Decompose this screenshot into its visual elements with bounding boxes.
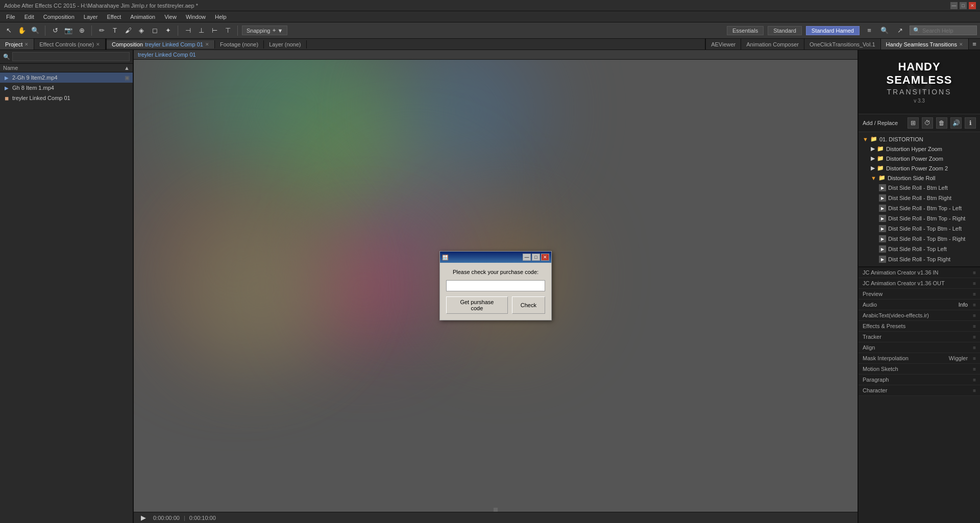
tracker-menu-icon[interactable]: ≡	[973, 334, 976, 340]
power-zoom-header[interactable]: ▶ 📁 Distortion Power Zoom	[867, 154, 980, 163]
handy-seamless-tab-close[interactable]: ✕	[959, 42, 963, 47]
menu-effect[interactable]: Effect	[103, 13, 125, 21]
check-button[interactable]: Check	[512, 296, 545, 314]
jc-out-menu-icon[interactable]: ≡	[973, 281, 976, 286]
mask-interp-panel-row[interactable]: Mask Interpolation Wiggler ≡	[859, 353, 980, 364]
align-panel-row[interactable]: Align ≡	[859, 342, 980, 353]
play-btn[interactable]: ▶	[138, 512, 149, 524]
toolbar-rotate[interactable]: ↺	[50, 25, 61, 36]
workspace-search-btn[interactable]: 🔍	[879, 25, 890, 36]
play-icon[interactable]: ▶	[879, 245, 886, 253]
toolbar-puppet[interactable]: ✦	[162, 25, 174, 36]
tab-layer[interactable]: Layer (none)	[264, 40, 306, 48]
tab-animation-composer[interactable]: Animation Composer	[741, 39, 804, 49]
tab-project[interactable]: Project ✕	[0, 39, 34, 49]
get-code-button[interactable]: Get purshase code	[446, 296, 508, 314]
list-item[interactable]: ▶ Dist Side Roll - Top Btm - Left	[875, 223, 980, 234]
preview-panel-row[interactable]: Preview ≡	[859, 289, 980, 300]
side-roll-header[interactable]: ▼ 📁 Distortion Side Roll	[867, 173, 980, 183]
tracker-panel-row[interactable]: Tracker ≡	[859, 332, 980, 342]
character-menu-icon[interactable]: ≡	[973, 388, 976, 393]
dialog-close-btn[interactable]: ✕	[541, 254, 549, 261]
project-search-input[interactable]	[12, 52, 130, 61]
workspace-menu-btn[interactable]: ≡	[864, 25, 875, 36]
tab-composition[interactable]: Composition treyler Linked Comp 01 ✕	[107, 40, 215, 48]
play-icon[interactable]: ▶	[879, 225, 886, 232]
align-menu-icon[interactable]: ≡	[973, 345, 976, 351]
tab-footage[interactable]: Footage (none)	[215, 40, 264, 48]
paragraph-panel-row[interactable]: Paragraph ≡	[859, 375, 980, 385]
toolbar-text[interactable]: T	[109, 25, 120, 36]
motion-sketch-panel-row[interactable]: Motion Sketch ≡	[859, 364, 980, 375]
search-input[interactable]	[922, 28, 973, 34]
list-item[interactable]: ▶ Dist Side Roll - Top Btm - Right	[875, 234, 980, 244]
arabic-text-menu-icon[interactable]: ≡	[973, 313, 976, 318]
play-icon[interactable]: ▶	[879, 184, 886, 191]
maximize-button[interactable]: □	[960, 2, 967, 9]
viewport-resize-handle[interactable]	[494, 508, 498, 512]
hst-speaker-btn[interactable]: 🔊	[950, 117, 962, 129]
list-item[interactable]: ▶ Dist Side Roll - Btm Top - Right	[875, 213, 980, 223]
toolbar-select[interactable]: ↖	[3, 25, 14, 36]
character-panel-row[interactable]: Character ≡	[859, 385, 980, 396]
toolbar-pen[interactable]: ✏	[96, 25, 107, 36]
list-item[interactable]: ▶ Dist Side Roll - Top Left	[875, 244, 980, 254]
jc-out-panel-row[interactable]: JC Animation Creator v1.36 OUT ≡	[859, 278, 980, 289]
list-item[interactable]: ▶ Dist Side Roll - Btm Right	[875, 193, 980, 203]
toolbar-brush[interactable]: 🖌	[122, 25, 134, 36]
mask-interp-menu-icon[interactable]: ≡	[973, 356, 976, 361]
tab-ae-viewer[interactable]: AEViewer	[706, 39, 741, 49]
toolbar-align-right[interactable]: ⊢	[209, 25, 220, 36]
hyper-zoom-header[interactable]: ▶ 📁 Distortion Hyper Zoom	[867, 144, 980, 154]
tab-effect-controls[interactable]: Effect Controls (none) ✕	[34, 39, 106, 49]
list-item[interactable]: ▶ Gh 8 Item 1.mp4	[0, 83, 133, 93]
dialog-maximize-btn[interactable]: □	[532, 254, 540, 261]
workspace-share-btn[interactable]: ↗	[894, 25, 905, 36]
toolbar-align-left[interactable]: ⊣	[182, 25, 193, 36]
effect-controls-tab-close[interactable]: ✕	[96, 42, 100, 47]
paragraph-menu-icon[interactable]: ≡	[973, 377, 976, 383]
essentials-btn[interactable]: Essentials	[727, 26, 764, 35]
toolbar-distribute[interactable]: ⊤	[222, 25, 233, 36]
project-tab-close[interactable]: ✕	[24, 42, 29, 47]
play-icon[interactable]: ▶	[879, 205, 886, 212]
tab-one-click-transitions[interactable]: OneClickTransitions_Vol.1	[804, 39, 881, 49]
menu-view[interactable]: View	[160, 13, 181, 21]
arabic-text-panel-row[interactable]: ArabicText(video-effects.ir) ≡	[859, 310, 980, 321]
menu-window[interactable]: Window	[182, 13, 210, 21]
distortion-folder-header[interactable]: ▼ 📁 01. DISTORTION	[859, 134, 980, 144]
list-item[interactable]: ▶ Dist Side Roll - Top Right	[875, 254, 980, 264]
standard-btn[interactable]: Standard	[768, 26, 802, 35]
play-icon[interactable]: ▶	[879, 235, 886, 242]
list-item[interactable]: ▶ Dist Side Roll - Btm Left	[875, 183, 980, 193]
hst-info-btn[interactable]: ℹ	[965, 117, 976, 129]
jc-in-menu-icon[interactable]: ≡	[973, 270, 976, 276]
toolbar-hand[interactable]: ✋	[16, 25, 28, 36]
play-icon[interactable]: ▶	[879, 194, 886, 202]
tab-handy-seamless[interactable]: Handy Seamless Transitions ✕	[881, 39, 969, 49]
hst-grid-btn[interactable]: ⊞	[908, 117, 919, 129]
hst-trash-btn[interactable]: 🗑	[936, 117, 947, 129]
composition-tab-close[interactable]: ✕	[205, 42, 209, 47]
toolbar-pan[interactable]: ⊕	[76, 25, 87, 36]
right-panel-menu[interactable]: ≡	[969, 39, 980, 50]
effects-presets-menu-icon[interactable]: ≡	[973, 323, 976, 329]
toolbar-zoom[interactable]: 🔍	[30, 25, 41, 36]
menu-help[interactable]: Help	[211, 13, 231, 21]
list-item[interactable]: ◼ treyler Linked Comp 01	[0, 93, 133, 103]
close-app-button[interactable]: ✕	[969, 2, 976, 9]
effects-presets-panel-row[interactable]: Effects & Presets ≡	[859, 321, 980, 332]
power-zoom-2-header[interactable]: ▶ 📁 Distortion Power Zoom 2	[867, 163, 980, 173]
jc-in-panel-row[interactable]: JC Animation Creator v1.36 IN ≡	[859, 267, 980, 278]
list-item[interactable]: ▶ 2-Gh 9 Item2.mp4 ▣	[0, 72, 133, 83]
list-item[interactable]: ▶ Dist Side Roll - Btm Top - Left	[875, 203, 980, 213]
menu-edit[interactable]: Edit	[20, 13, 38, 21]
menu-animation[interactable]: Animation	[126, 13, 159, 21]
preview-menu-icon[interactable]: ≡	[973, 291, 976, 297]
play-icon[interactable]: ▶	[879, 215, 886, 222]
toolbar-clone[interactable]: ◈	[136, 25, 147, 36]
hst-clock-btn[interactable]: ⏱	[922, 117, 933, 129]
motion-sketch-menu-icon[interactable]: ≡	[973, 366, 976, 372]
play-icon[interactable]: ▶	[879, 256, 886, 263]
dialog-code-input[interactable]	[446, 280, 545, 291]
